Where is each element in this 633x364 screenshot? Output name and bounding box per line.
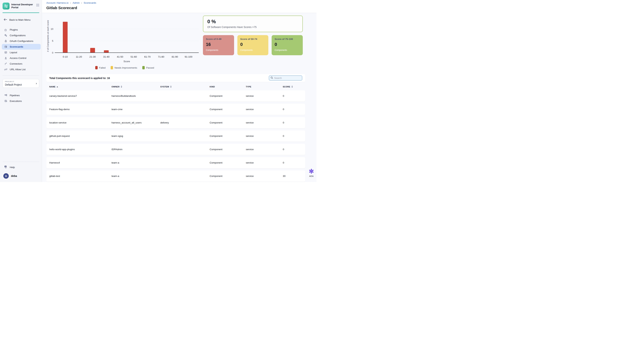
- sidebar-header: Internal Developer Portal: [0, 0, 42, 13]
- chevron-right-icon: ›: [70, 2, 71, 4]
- svg-text:71-80: 71-80: [158, 56, 164, 58]
- sidebar-item-label: Connectors: [10, 62, 22, 65]
- svg-text:10: 10: [51, 28, 53, 30]
- sidebar-item-access-control[interactable]: Access Control: [2, 55, 41, 61]
- chevron-right-icon: ›: [81, 2, 82, 4]
- svg-text:11-20: 11-20: [76, 56, 82, 58]
- bar-31-40: [104, 50, 109, 53]
- cell: service: [246, 94, 283, 97]
- bar-0-10: [63, 22, 68, 53]
- sidebar-item-oauth-configurations[interactable]: OAuth Configurations: [2, 38, 41, 44]
- person-icon: [4, 56, 7, 60]
- sort-icon: [291, 86, 293, 88]
- table-row[interactable]: Feature-flag-demoteam-cmeComponentservic…: [46, 104, 305, 115]
- cell: team-a: [112, 161, 160, 164]
- bar-chart-svg: 05100-1011-2021-3031-4041-5051-6061-7071…: [46, 16, 203, 64]
- cell: service: [246, 135, 283, 137]
- sort-asc-icon: [57, 86, 58, 87]
- score-card-value: 16: [206, 42, 231, 47]
- gears-icon: [4, 34, 7, 37]
- cell: Component: [210, 135, 246, 137]
- sidebar-item-url-allow-list[interactable]: URL Allow List: [2, 66, 41, 72]
- layout-icon: [4, 51, 7, 54]
- svg-text:61-70: 61-70: [144, 56, 151, 58]
- svg-text:51-60: 51-60: [131, 56, 137, 58]
- sidebar-item-connectors[interactable]: Connectors: [2, 61, 41, 66]
- stats-panel: 0 % Of Software Components Have Scores >…: [203, 16, 303, 69]
- column-header-system[interactable]: SYSTEM: [160, 86, 209, 88]
- svg-text:21-30: 21-30: [89, 56, 96, 58]
- sort-icon: [170, 86, 172, 88]
- breadcrumb-scorecards[interactable]: Scorecards: [84, 2, 96, 4]
- breadcrumb-account[interactable]: Account: Harness.io: [46, 2, 69, 4]
- divider: [3, 76, 39, 76]
- table-row[interactable]: location-serviceharness_account_all_user…: [46, 117, 305, 128]
- table-row[interactable]: canary-backend-service7harness/Buildandt…: [46, 90, 305, 102]
- cell: Harness4: [49, 161, 112, 164]
- main-area: Account: Harness.io › Admin › Scorecards…: [42, 0, 316, 182]
- page-header: Account: Harness.io › Admin › Scorecards…: [42, 0, 316, 13]
- table-body: canary-backend-service7harness/Buildandt…: [46, 90, 305, 182]
- table-row[interactable]: Harness4team-aComponentservice0: [46, 157, 305, 168]
- column-header-name[interactable]: NAME: [49, 86, 112, 88]
- svg-text:5: 5: [52, 40, 53, 42]
- cell: harness/Buildandtools: [112, 94, 160, 97]
- sidebar-item-scorecards[interactable]: Scorecards: [2, 44, 41, 50]
- cell: Component: [210, 94, 246, 97]
- svg-text:0: 0: [52, 52, 53, 54]
- breadcrumb: Account: Harness.io › Admin › Scorecards: [46, 2, 312, 4]
- sidebar-item-executions[interactable]: Executions: [2, 98, 41, 104]
- aida-label: AIDA: [309, 175, 313, 177]
- arrow-left-icon: [4, 18, 7, 22]
- help-button[interactable]: ? Help: [0, 164, 42, 170]
- app-title: Internal Developer Portal: [11, 2, 35, 9]
- search-icon: [271, 76, 273, 80]
- cell: 0: [283, 148, 301, 151]
- project-name: Default Project: [5, 83, 36, 86]
- app-launcher-icon[interactable]: [36, 4, 39, 7]
- sidebar-item-layout[interactable]: Layout: [2, 50, 41, 55]
- total-components-text: Total Components this scorecard is appli…: [49, 77, 110, 80]
- aida-icon: [308, 168, 315, 174]
- pipelines-icon: [4, 94, 7, 97]
- cell: IDPAdmin: [112, 148, 160, 151]
- help-label: Help: [10, 166, 15, 169]
- project-selector[interactable]: PROJECT Default Project ›: [3, 79, 39, 88]
- cell: Component: [210, 121, 246, 124]
- column-header-kind: KIND: [210, 86, 246, 88]
- cell: service: [246, 148, 283, 151]
- column-header-score[interactable]: SCORE: [283, 86, 301, 88]
- cell: team-cme: [112, 108, 160, 111]
- back-label: Back to Main Menu: [9, 18, 31, 21]
- svg-text:91-100: 91-100: [185, 56, 192, 58]
- score-range-card: Score of 0-4916Components: [203, 35, 234, 55]
- sidebar-item-label: Executions: [10, 100, 22, 102]
- sidebar-item-label: URL Allow List: [10, 68, 26, 71]
- pct-value: 0 %: [207, 19, 298, 24]
- search-input[interactable]: [274, 77, 301, 80]
- aida-button[interactable]: AIDA: [308, 168, 315, 177]
- user-menu[interactable]: D deba: [0, 173, 42, 179]
- svg-text:# of Components at each score: # of Components at each score: [47, 20, 49, 52]
- sidebar-item-pipelines[interactable]: Pipelines: [2, 92, 41, 98]
- svg-text:81-90: 81-90: [172, 56, 178, 58]
- table-row[interactable]: hello-world-app-pluginsIDPAdminComponent…: [46, 144, 305, 155]
- cell: 30: [283, 175, 301, 178]
- back-to-main-menu[interactable]: Back to Main Menu: [0, 17, 42, 22]
- search-box[interactable]: [269, 76, 302, 80]
- score-card-value: 0: [240, 42, 266, 47]
- table-row[interactable]: github-pull-requestteam-sgsgComponentser…: [46, 130, 305, 142]
- sidebar-item-configurations[interactable]: Configurations: [2, 32, 41, 38]
- column-header-owner[interactable]: OWNER: [112, 86, 160, 88]
- legend-item-passed: Passed: [142, 66, 154, 69]
- cell: team-sgsg: [112, 135, 160, 137]
- cell: 0: [283, 94, 301, 97]
- cell: Component: [210, 175, 246, 178]
- breadcrumb-admin[interactable]: Admin: [73, 2, 80, 4]
- executions-icon: [4, 100, 7, 103]
- sidebar-item-label: Pipelines: [10, 94, 20, 97]
- cell: harness_account_all_users: [112, 121, 160, 124]
- sidebar-item-plugins[interactable]: Plugins: [2, 27, 41, 32]
- idp-logo: [3, 2, 10, 10]
- table-row[interactable]: gitlab-testteam-aComponentservice30: [46, 170, 305, 182]
